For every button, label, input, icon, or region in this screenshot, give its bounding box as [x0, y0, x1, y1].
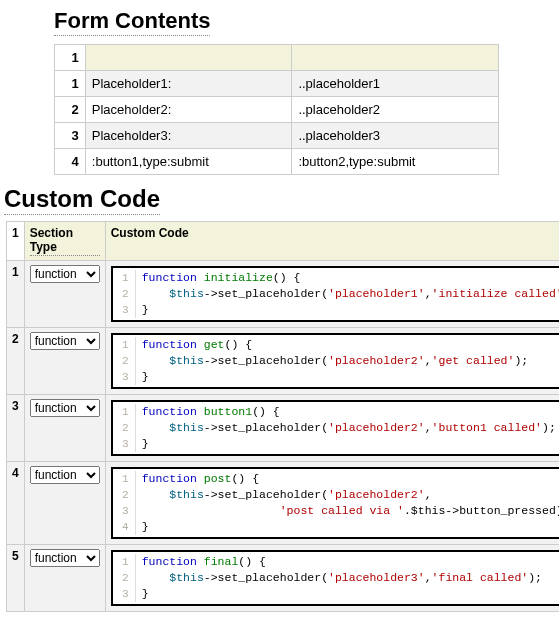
section-type-select[interactable]: function	[30, 332, 100, 350]
table-row: 1Placeholder1:..placeholder1	[55, 71, 499, 97]
code-line: 2 $this->set_placeholder('placeholder3',…	[113, 570, 559, 586]
row-number: 4	[55, 149, 86, 175]
line-number: 2	[113, 286, 136, 302]
table-row: 1function1function initialize() {2 $this…	[7, 261, 560, 328]
code-box[interactable]: 1function final() {2 $this->set_placehol…	[111, 550, 559, 606]
form-header-col-a	[85, 45, 292, 71]
form-cell-b: ..placeholder3	[292, 123, 499, 149]
code-text: $this->set_placeholder('placeholder2','g…	[136, 353, 529, 369]
form-cell-b: :button2,type:submit	[292, 149, 499, 175]
code-line: 3}	[113, 369, 559, 385]
row-number: 1	[7, 261, 25, 328]
line-number: 3	[113, 436, 136, 452]
form-cell-a: Placeholder3:	[85, 123, 292, 149]
form-cell-b: ..placeholder1	[292, 71, 499, 97]
form-header-rownum: 1	[55, 45, 86, 71]
code-box[interactable]: 1function post() {2 $this->set_placehold…	[111, 467, 559, 539]
code-text: function final() {	[136, 554, 266, 570]
table-row: 4function1function post() {2 $this->set_…	[7, 462, 560, 545]
code-line: 2 $this->set_placeholder('placeholder2',…	[113, 420, 559, 436]
code-text: }	[136, 436, 149, 452]
row-number: 4	[7, 462, 25, 545]
code-text: function button1() {	[136, 404, 280, 420]
code-text: $this->set_placeholder('placeholder3','f…	[136, 570, 542, 586]
line-number: 2	[113, 487, 136, 503]
code-header-code: Custom Code	[105, 222, 559, 261]
row-number: 5	[7, 545, 25, 612]
code-line: 4}	[113, 519, 559, 535]
code-line: 3}	[113, 302, 559, 318]
code-header-rownum: 1	[7, 222, 25, 261]
code-text: $this->set_placeholder('placeholder2',	[136, 487, 432, 503]
code-line: 2 $this->set_placeholder('placeholder2',	[113, 487, 559, 503]
section-type-cell: function	[24, 261, 105, 328]
custom-code-heading: Custom Code	[4, 185, 559, 215]
form-cell-a: Placeholder1:	[85, 71, 292, 97]
section-type-cell: function	[24, 545, 105, 612]
code-text: }	[136, 586, 149, 602]
line-number: 1	[113, 404, 136, 420]
code-line: 1function get() {	[113, 337, 559, 353]
form-cell-b: ..placeholder2	[292, 97, 499, 123]
table-row: 2Placeholder2:..placeholder2	[55, 97, 499, 123]
code-line: 1function button1() {	[113, 404, 559, 420]
section-type-select[interactable]: function	[30, 399, 100, 417]
code-text: 'post called via '.$this->button_pressed…	[136, 503, 559, 519]
section-type-cell: function	[24, 462, 105, 545]
form-cell-a: :button1,type:submit	[85, 149, 292, 175]
code-box[interactable]: 1function get() {2 $this->set_placeholde…	[111, 333, 559, 389]
row-number: 2	[55, 97, 86, 123]
code-text: }	[136, 519, 149, 535]
table-row: 2function1function get() {2 $this->set_p…	[7, 328, 560, 395]
section-type-select[interactable]: function	[30, 265, 100, 283]
code-line: 1function initialize() {	[113, 270, 559, 286]
code-text: $this->set_placeholder('placeholder2','b…	[136, 420, 556, 436]
code-line: 3 'post called via '.$this->button_press…	[113, 503, 559, 519]
code-box[interactable]: 1function initialize() {2 $this->set_pla…	[111, 266, 559, 322]
code-text: function post() {	[136, 471, 259, 487]
line-number: 1	[113, 337, 136, 353]
code-text: $this->set_placeholder('placeholder1','i…	[136, 286, 559, 302]
section-type-select[interactable]: function	[30, 549, 100, 567]
line-number: 2	[113, 570, 136, 586]
code-line: 2 $this->set_placeholder('placeholder1',…	[113, 286, 559, 302]
line-number: 1	[113, 471, 136, 487]
line-number: 2	[113, 420, 136, 436]
table-row: 4:button1,type:submit:button2,type:submi…	[55, 149, 499, 175]
code-line: 3}	[113, 436, 559, 452]
line-number: 2	[113, 353, 136, 369]
row-number: 1	[55, 71, 86, 97]
form-header-col-b	[292, 45, 499, 71]
code-text: function get() {	[136, 337, 252, 353]
line-number: 3	[113, 369, 136, 385]
form-contents-table: 1 1Placeholder1:..placeholder12Placehold…	[54, 44, 499, 175]
code-cell: 1function button1() {2 $this->set_placeh…	[105, 395, 559, 462]
table-row: 3function1function button1() {2 $this->s…	[7, 395, 560, 462]
code-cell: 1function final() {2 $this->set_placehol…	[105, 545, 559, 612]
row-number: 2	[7, 328, 25, 395]
custom-code-table: 1 Section Type Custom Code 1function1fun…	[6, 221, 559, 612]
code-box[interactable]: 1function button1() {2 $this->set_placeh…	[111, 400, 559, 456]
code-line: 1function post() {	[113, 471, 559, 487]
form-cell-a: Placeholder2:	[85, 97, 292, 123]
row-number: 3	[55, 123, 86, 149]
line-number: 3	[113, 503, 136, 519]
table-row: 3Placeholder3:..placeholder3	[55, 123, 499, 149]
line-number: 3	[113, 302, 136, 318]
code-header-section-type: Section Type	[24, 222, 105, 261]
code-line: 3}	[113, 586, 559, 602]
line-number: 3	[113, 586, 136, 602]
line-number: 1	[113, 270, 136, 286]
code-text: }	[136, 369, 149, 385]
line-number: 4	[113, 519, 136, 535]
form-contents-heading: Form Contents	[54, 8, 559, 36]
section-type-select[interactable]: function	[30, 466, 100, 484]
code-text: }	[136, 302, 149, 318]
code-text: function initialize() {	[136, 270, 301, 286]
code-cell: 1function get() {2 $this->set_placeholde…	[105, 328, 559, 395]
code-cell: 1function initialize() {2 $this->set_pla…	[105, 261, 559, 328]
code-line: 2 $this->set_placeholder('placeholder2',…	[113, 353, 559, 369]
section-type-cell: function	[24, 328, 105, 395]
line-number: 1	[113, 554, 136, 570]
table-row: 5function1function final() {2 $this->set…	[7, 545, 560, 612]
